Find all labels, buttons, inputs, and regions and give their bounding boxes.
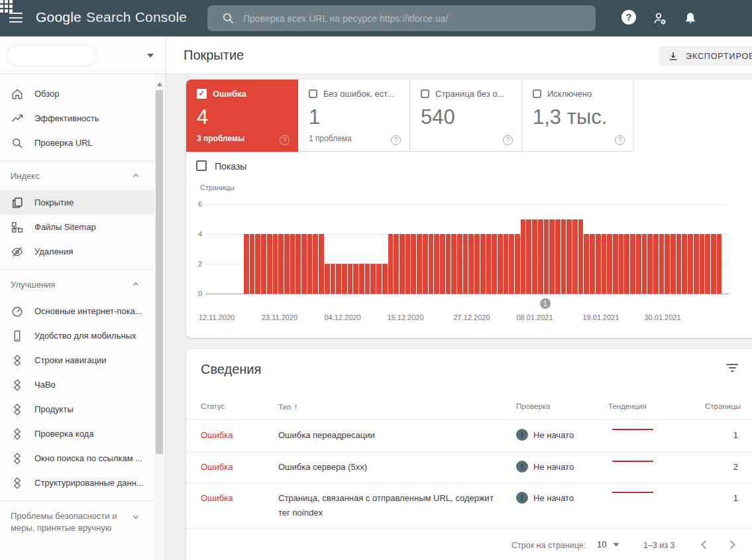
chart-bar[interactable] [642, 234, 647, 294]
sidebar-item-core-web-vitals[interactable]: Основные интернет-пока... [0, 299, 154, 323]
chart-bar[interactable] [250, 234, 255, 294]
chart-bar[interactable] [717, 234, 722, 294]
chart-bar[interactable] [538, 219, 543, 294]
chart-bar[interactable] [342, 264, 347, 294]
sidebar-scrollbar[interactable] [154, 74, 165, 560]
chart-bar[interactable] [492, 234, 497, 294]
chart-bar[interactable] [290, 234, 295, 294]
chart-bar[interactable] [619, 234, 624, 294]
chart-bar[interactable] [434, 234, 439, 294]
sidebar-item-code-review[interactable]: Проверка кода [0, 421, 154, 446]
chart-bar[interactable] [572, 219, 578, 294]
help-icon[interactable]: ? [280, 135, 290, 145]
chart-bar[interactable] [700, 234, 705, 294]
summary-card-error[interactable]: ✓ Ошибка 4 3 проблемы ? [186, 80, 298, 152]
chart-bar[interactable] [584, 234, 589, 294]
chart-bar[interactable] [636, 234, 641, 294]
property-selector[interactable] [0, 36, 165, 74]
chart-bar[interactable] [451, 234, 457, 294]
sidebar-section-security[interactable]: Проблемы безопасности и меры, принятые в… [0, 501, 154, 541]
chart-bar[interactable] [596, 234, 601, 294]
chart-bar[interactable] [474, 234, 480, 294]
chart-bar[interactable] [544, 219, 549, 294]
chart-bar[interactable] [532, 219, 537, 294]
chart-bar[interactable] [278, 234, 284, 294]
chart-bar[interactable] [555, 219, 561, 294]
sidebar-item-removals[interactable]: Удаления [0, 239, 154, 264]
table-row[interactable]: Ошибка Страница, связанная с отправленны… [186, 482, 752, 528]
table-row[interactable]: Ошибка Ошибка сервера (5xx) ! Не начато … [186, 452, 752, 482]
manage-account-icon[interactable] [652, 11, 668, 27]
chart-bar[interactable] [515, 234, 520, 294]
help-icon[interactable]: ? [615, 135, 625, 145]
error-bars-series[interactable] [244, 204, 722, 294]
rows-per-page-select[interactable]: 10 [597, 539, 619, 549]
chart-bar[interactable] [405, 234, 411, 294]
chart-bar[interactable] [411, 234, 416, 294]
chart-bar[interactable] [509, 234, 514, 294]
sidebar-section-index[interactable]: Индекс [0, 161, 154, 190]
chart-bar[interactable] [566, 219, 572, 294]
chart-bar[interactable] [602, 234, 607, 294]
chart-bar[interactable] [255, 234, 260, 294]
hamburger-menu-icon[interactable] [9, 13, 23, 23]
help-icon[interactable]: ? [391, 135, 401, 145]
chart-bar[interactable] [348, 264, 353, 294]
chart-bar[interactable] [682, 234, 687, 294]
next-page-button[interactable] [724, 537, 740, 553]
sidebar-item-performance[interactable]: Эффективность [0, 106, 154, 131]
sidebar-item-structured-data[interactable]: Структурированные данн... [0, 471, 154, 495]
chart-bar[interactable] [607, 234, 612, 294]
chart-bar[interactable] [463, 234, 468, 294]
checkbox-unchecked-icon[interactable] [421, 89, 429, 98]
chart-bar[interactable] [671, 234, 676, 294]
url-inspection-searchbox[interactable] [207, 5, 596, 31]
chart-bar[interactable] [590, 234, 595, 294]
chart-bar[interactable] [382, 264, 388, 294]
chart-bar[interactable] [359, 264, 364, 294]
column-header-type[interactable]: Тип↑ [278, 402, 297, 412]
chart-bar[interactable] [376, 264, 382, 294]
chart-bar[interactable] [498, 234, 503, 294]
scrollbar-up-arrow-icon[interactable] [157, 82, 162, 86]
chart-bar[interactable] [659, 234, 665, 294]
chart-bar[interactable] [688, 234, 693, 294]
scrollbar-thumb[interactable] [156, 90, 163, 454]
impressions-checkbox[interactable] [196, 160, 207, 171]
chart-annotation-marker[interactable]: 1 [540, 298, 551, 309]
filter-icon[interactable] [725, 364, 739, 374]
chart-bar[interactable] [394, 234, 399, 294]
chart-bar[interactable] [365, 264, 370, 294]
chart-bar[interactable] [665, 234, 670, 294]
help-icon[interactable]: ? [621, 10, 637, 26]
chart-bar[interactable] [370, 264, 376, 294]
chart-bar[interactable] [440, 234, 445, 294]
sidebar-item-sitelinks-searchbox[interactable]: Окно поиска по ссылкам ... [0, 446, 154, 471]
chart-bar[interactable] [446, 234, 451, 294]
property-dropdown-caret-icon[interactable] [147, 54, 154, 58]
chart-bar[interactable] [301, 234, 307, 294]
summary-card-valid[interactable]: Страница без о... 540 ? [410, 80, 522, 152]
chart-bar[interactable] [653, 234, 659, 294]
chart-bar[interactable] [549, 219, 555, 294]
chart-bar[interactable] [267, 234, 272, 294]
sidebar-item-faq[interactable]: ЧаВо [0, 372, 154, 397]
checkbox-unchecked-icon[interactable] [309, 89, 317, 98]
chart-bar[interactable] [578, 219, 584, 294]
chart-bar[interactable] [400, 234, 405, 294]
chart-bar[interactable] [417, 234, 422, 294]
chart-bar[interactable] [526, 219, 531, 294]
chart-bar[interactable] [468, 234, 474, 294]
chart-bar[interactable] [284, 234, 290, 294]
chart-bar[interactable] [261, 234, 266, 294]
sidebar-item-coverage[interactable]: Покрытие [0, 190, 154, 215]
chart-bar[interactable] [521, 219, 526, 294]
chart-bar[interactable] [676, 234, 682, 294]
chart-bar[interactable] [624, 234, 629, 294]
chart-bar[interactable] [694, 234, 699, 294]
notifications-bell-icon[interactable] [682, 11, 698, 27]
chart-bar[interactable] [353, 264, 358, 294]
checkbox-checked-icon[interactable]: ✓ [197, 89, 207, 99]
sidebar-item-products[interactable]: Продукты [0, 397, 154, 421]
chart-bar[interactable] [319, 234, 324, 294]
